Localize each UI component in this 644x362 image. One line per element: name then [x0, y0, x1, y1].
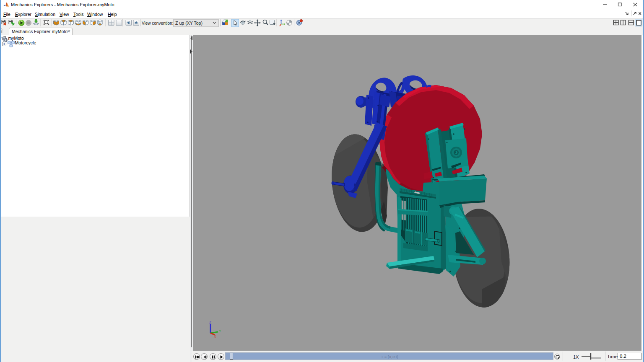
svg-text:Z: Z — [209, 320, 211, 324]
svg-text:X: X — [214, 334, 216, 339]
svg-text:View convention:: View convention: — [142, 21, 173, 26]
svg-text:Y: Y — [219, 329, 221, 333]
svg-text:Z up (XY Top): Z up (XY Top) — [175, 21, 203, 26]
svg-text:Motorcycle: Motorcycle — [15, 40, 36, 45]
